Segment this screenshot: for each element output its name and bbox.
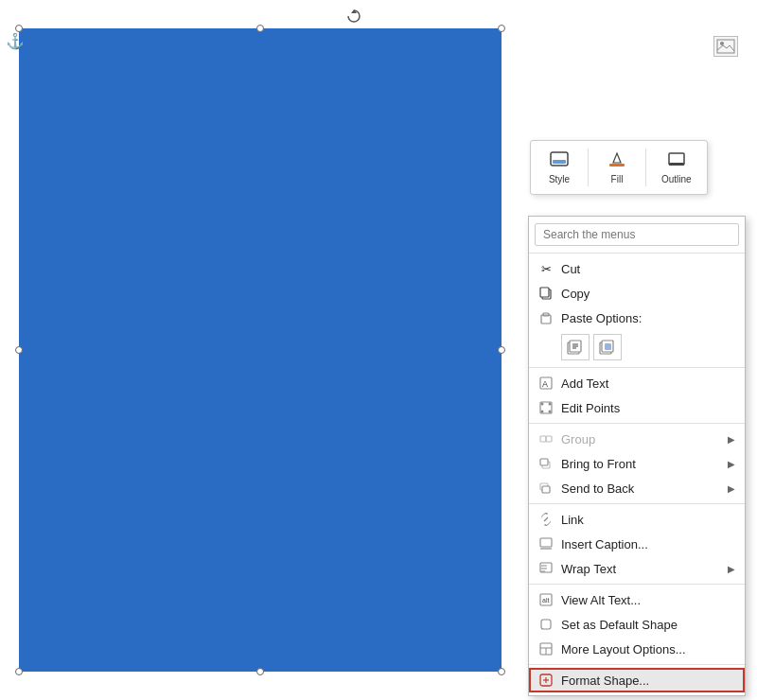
svg-rect-4 xyxy=(553,160,566,164)
handle-top-left[interactable] xyxy=(15,25,23,32)
fill-button[interactable]: Fill xyxy=(596,147,638,188)
fill-icon xyxy=(607,150,627,172)
copy-label: Copy xyxy=(561,287,735,301)
svg-rect-5 xyxy=(609,164,625,166)
rotate-handle[interactable] xyxy=(347,9,361,23)
menu-item-edit-points[interactable]: Edit Points xyxy=(529,395,745,420)
svg-rect-33 xyxy=(540,538,552,547)
editpoints-icon xyxy=(537,400,555,415)
menu-item-add-text[interactable]: A Add Text xyxy=(529,371,745,395)
group-arrow: ▶ xyxy=(728,434,735,445)
menu-item-copy[interactable]: Copy xyxy=(529,281,745,306)
edit-points-label: Edit Points xyxy=(561,401,735,415)
group-label: Group xyxy=(561,432,724,446)
more-layout-options-label: More Layout Options... xyxy=(561,642,735,656)
paste-option-1[interactable] xyxy=(561,334,590,360)
separator-1 xyxy=(529,367,745,368)
svg-rect-32 xyxy=(542,486,550,493)
menu-item-bring-to-front[interactable]: Bring to Front ▶ xyxy=(529,451,745,476)
menu-item-view-alt-text[interactable]: alt View Alt Text... xyxy=(529,587,745,612)
handle-bottom-center[interactable] xyxy=(256,668,264,675)
separator-3 xyxy=(529,503,745,504)
menu-item-group: Group ▶ xyxy=(529,427,745,451)
style-icon xyxy=(549,150,570,172)
toolbar-divider-2 xyxy=(645,149,646,186)
handle-middle-left[interactable] xyxy=(15,346,23,354)
copy-icon xyxy=(537,286,555,301)
send-to-back-label: Send to Back xyxy=(561,481,724,496)
svg-rect-19 xyxy=(605,343,611,350)
paste-option-2[interactable] xyxy=(593,334,622,360)
menu-item-insert-caption[interactable]: Insert Caption... xyxy=(529,532,745,556)
svg-rect-28 xyxy=(546,436,552,442)
svg-rect-1 xyxy=(717,40,734,53)
bring-to-front-label: Bring to Front xyxy=(561,457,724,471)
toolbar-divider-1 xyxy=(588,149,589,186)
style-button[interactable]: Style xyxy=(538,147,580,188)
blue-rectangle-shape[interactable] xyxy=(19,28,502,672)
outline-label: Outline xyxy=(661,174,692,184)
svg-rect-9 xyxy=(540,288,549,297)
fill-label: Fill xyxy=(611,174,624,184)
wrap-text-label: Wrap Text xyxy=(561,562,724,576)
paste-options-label: Paste Options: xyxy=(561,311,735,325)
menu-item-format-shape[interactable]: Format Shape... xyxy=(529,668,745,692)
sendback-arrow: ▶ xyxy=(728,483,735,494)
menu-item-more-layout-options[interactable]: More Layout Options... xyxy=(529,637,745,661)
handle-top-right[interactable] xyxy=(498,25,505,32)
context-menu: Cut Copy Paste Options: xyxy=(528,216,746,696)
wraptext-arrow: ▶ xyxy=(728,564,735,574)
outline-icon xyxy=(666,150,687,172)
svg-rect-27 xyxy=(540,436,546,442)
alttext-icon: alt xyxy=(537,592,555,607)
paste-options-row xyxy=(529,330,745,364)
mini-toolbar: Style Fill Outline xyxy=(530,140,708,195)
caption-icon xyxy=(537,536,555,551)
handle-middle-right[interactable] xyxy=(498,346,505,354)
separator-5 xyxy=(529,664,745,665)
svg-point-2 xyxy=(720,42,724,45)
link-icon xyxy=(537,512,555,527)
sendback-icon xyxy=(537,481,555,496)
wraptext-icon xyxy=(537,561,555,576)
bringfront-arrow: ▶ xyxy=(728,459,735,469)
canvas: ⚓ Style xyxy=(0,0,757,700)
addtext-icon: A xyxy=(537,376,555,391)
svg-point-26 xyxy=(549,411,552,413)
separator-2 xyxy=(529,423,745,424)
svg-text:alt: alt xyxy=(542,597,549,604)
menu-item-cut[interactable]: Cut xyxy=(529,256,745,281)
svg-point-24 xyxy=(549,403,552,406)
separator-4 xyxy=(529,584,745,585)
menu-item-wrap-text[interactable]: Wrap Text ▶ xyxy=(529,556,745,581)
handle-bottom-right[interactable] xyxy=(498,668,505,675)
handle-bottom-left[interactable] xyxy=(15,668,23,675)
svg-rect-30 xyxy=(540,459,548,465)
defaultshape-icon xyxy=(537,617,555,632)
menu-search-input[interactable] xyxy=(535,223,739,246)
separator-0 xyxy=(529,253,745,254)
menu-item-link[interactable]: Link xyxy=(529,507,745,532)
outline-button[interactable]: Outline xyxy=(654,147,699,188)
formatshape-icon xyxy=(537,673,555,688)
view-alt-text-label: View Alt Text... xyxy=(561,593,735,607)
bringfront-icon xyxy=(537,456,555,471)
layout-icon xyxy=(537,641,555,656)
menu-item-set-default-shape[interactable]: Set as Default Shape xyxy=(529,612,745,637)
set-default-shape-label: Set as Default Shape xyxy=(561,618,735,632)
svg-text:A: A xyxy=(542,379,548,389)
link-label: Link xyxy=(561,513,735,527)
svg-point-25 xyxy=(541,411,544,413)
menu-item-paste-options: Paste Options: xyxy=(529,306,745,330)
image-placeholder-icon xyxy=(713,36,738,57)
scissors-icon xyxy=(537,261,555,276)
cut-label: Cut xyxy=(561,262,735,276)
menu-item-send-to-back[interactable]: Send to Back ▶ xyxy=(529,476,745,500)
svg-point-23 xyxy=(541,403,544,406)
format-shape-label: Format Shape... xyxy=(561,674,735,688)
group-icon xyxy=(537,431,555,446)
handle-top-center[interactable] xyxy=(256,25,264,32)
svg-rect-7 xyxy=(669,163,684,166)
anchor-icon: ⚓ xyxy=(6,32,25,50)
style-label: Style xyxy=(549,174,570,184)
